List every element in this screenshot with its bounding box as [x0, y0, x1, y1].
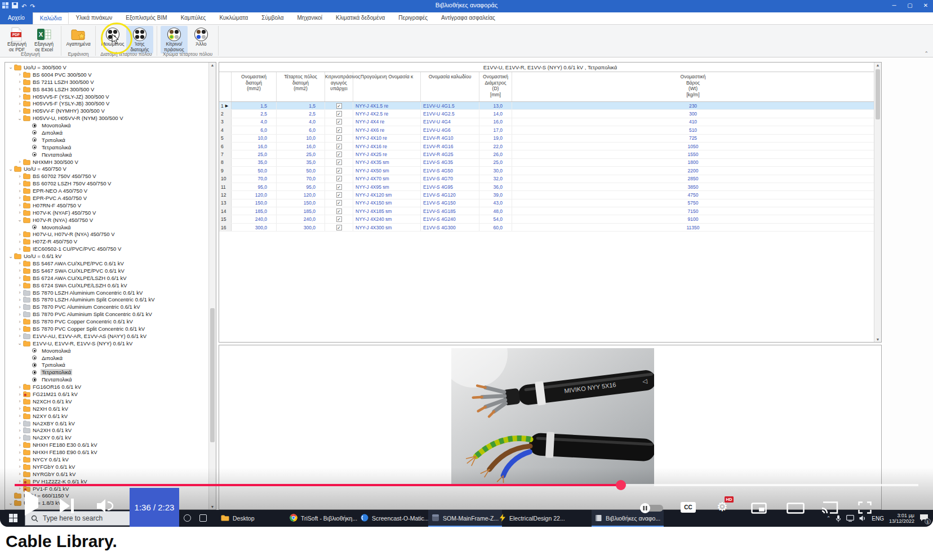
row-header[interactable]: 1▶	[219, 102, 232, 109]
checkbox-cell[interactable]: ✓	[325, 159, 353, 166]
tree-item[interactable]: ›H05VV5-F (YSLY-JB) 300/500 V	[5, 100, 208, 107]
row-header[interactable]: 16	[219, 224, 232, 231]
table-cell[interactable]: E1VV-S 4G35	[421, 159, 479, 166]
video-player[interactable]: ↶ ↷ Βιβλιοθήκες αναφοράς ─ ▢ ✕ ΑρχείοΚαλ…	[0, 0, 933, 527]
table-cell[interactable]: 50,0	[232, 167, 277, 174]
checkbox-cell[interactable]: ✓	[325, 224, 353, 231]
tree-chevron-icon[interactable]: ›	[16, 239, 23, 245]
tab-σύμβολα[interactable]: Σύμβολα	[255, 12, 290, 24]
table-cell[interactable]: 60,0	[479, 224, 512, 231]
table-cell[interactable]: 150,0	[232, 199, 277, 207]
ribbon-button-excel[interactable]: XΕξαγωγήσε Excel	[30, 26, 57, 54]
table-cell[interactable]: NYY-J 4X300 sm	[353, 224, 421, 231]
row-header[interactable]: 14	[219, 207, 232, 215]
checkbox-cell[interactable]: ✓	[325, 118, 353, 126]
table-cell[interactable]: 410	[512, 118, 874, 126]
tree-item[interactable]: ›E1VV-AU, E1VV-AR, E1VV-AS (NAYY) 0.6/1 …	[5, 332, 208, 340]
tree-item[interactable]: ›BS 6724 SWA CU/XLPE/LSZH 0.6/1 kV	[5, 282, 208, 289]
tree-chevron-icon[interactable]: ⌄	[16, 115, 23, 121]
scroll-down-icon[interactable]: ▼	[209, 505, 216, 509]
table-cell[interactable]: E1VV-R 4G25	[421, 150, 479, 158]
tree-item[interactable]: Διπολικά	[5, 129, 208, 136]
checkbox-checked[interactable]: ✓	[336, 208, 342, 214]
tree-chevron-icon[interactable]: ›	[16, 464, 23, 469]
tree-item[interactable]: Τριπολικά	[5, 136, 208, 144]
table-cell[interactable]: 48,0	[479, 207, 512, 215]
scroll-up-icon[interactable]: ▲	[874, 63, 881, 67]
tree-item[interactable]: ›NHXH FE180 E30 0.6/1 kV	[5, 441, 208, 448]
tree-item[interactable]: Διπολικά	[5, 354, 208, 362]
tree-item[interactable]: ›BS 8436 LSZH 300/500 V	[5, 86, 208, 93]
table-cell[interactable]: 185,0	[232, 207, 277, 215]
column-header[interactable]: Ονομαστικήδιατομή(mm2)	[232, 72, 277, 101]
table-cell[interactable]: 70,0	[277, 175, 325, 183]
table-cell[interactable]: NYY-J 4X10 re	[353, 135, 421, 142]
tree-chevron-icon[interactable]: ›	[16, 326, 23, 332]
column-header[interactable]: Ονομασία καλωδίου	[421, 72, 479, 101]
tree-item[interactable]: ›H07V-U, H07V-R (NYA) 450/750 V	[5, 230, 208, 238]
volume-icon[interactable]	[97, 499, 114, 515]
table-cell[interactable]: E1VV-S 4G240	[421, 215, 479, 223]
tree-chevron-icon[interactable]: ›	[16, 94, 23, 99]
table-cell[interactable]: NYY-J 4X25 re	[353, 150, 421, 158]
tree-scrollbar[interactable]: ▲ ▼	[208, 63, 216, 509]
tree-chevron-icon[interactable]: ›	[16, 384, 23, 390]
table-row[interactable]: 1195,095,0✓NYY-J 4X95 smE1VV-S 4G9536,03…	[219, 183, 874, 191]
table-row[interactable]: 46,06,0✓NYY-J 4X6 reE1VV-U 4G617,0510	[219, 126, 874, 134]
tree-item[interactable]: ›FG21M21 0.6/1 kV	[5, 390, 208, 398]
row-header[interactable]: 2	[219, 110, 232, 117]
tree-item[interactable]: ›NHXH FE180 E90 0.6/1 kV	[5, 448, 208, 456]
checkbox-checked[interactable]: ✓	[336, 103, 342, 109]
scroll-up-icon[interactable]: ▲	[209, 63, 216, 67]
table-row[interactable]: 34,04,0✓NYY-J 4X4 reE1VV-U 4G416,0410	[219, 118, 874, 126]
row-header[interactable]: 4	[219, 126, 232, 134]
column-header[interactable]: Προγούμενη Ονομασία κ	[353, 72, 421, 101]
maximize-button[interactable]: ▢	[906, 1, 914, 10]
table-cell[interactable]: E1VV-S 4G50	[421, 167, 479, 174]
column-header[interactable]: Τέταρτος πόλοςδιατομή(mm2)	[277, 72, 325, 101]
table-cell[interactable]: NYY-J 4X150 sm	[353, 199, 421, 207]
video-progress-bar[interactable]	[15, 484, 918, 486]
tree-item[interactable]: ⌄E1VV-U, E1VV-R, E1VV-S (NYY) 0.6/1 kV	[5, 340, 208, 347]
ribbon-button-cable-yellowgreen[interactable]: Κίτρινο/πράσινος	[161, 26, 188, 54]
ribbon-button-pdf[interactable]: PDFΕξαγωγήσε PDF	[3, 26, 30, 54]
language-indicator[interactable]: ENG	[872, 515, 884, 522]
checkbox-checked[interactable]: ✓	[336, 111, 342, 117]
checkbox-checked[interactable]: ✓	[336, 184, 342, 190]
table-cell[interactable]: 36,0	[479, 183, 512, 190]
table-cell[interactable]: 14,0	[479, 110, 512, 117]
column-header[interactable]: Κιτρινοπράσινοςαγωγός υπάρχει	[325, 72, 353, 101]
row-header[interactable]: 8	[219, 159, 232, 166]
row-header[interactable]: 7	[219, 150, 232, 158]
table-row[interactable]: 616,016,0✓NYY-J 4X16 reE1VV-R 4G1622,010…	[219, 143, 874, 150]
tree-chevron-icon[interactable]: ›	[16, 246, 23, 252]
tree-item[interactable]: ›BS 7870 LSZH Aluminium Concentric 0.6/1…	[5, 289, 208, 296]
table-cell[interactable]: NYY-J 4X1.5 re	[353, 102, 421, 109]
table-cell[interactable]: 1,5	[232, 102, 277, 109]
tree-item[interactable]: ⌄Uo/U = 300/500 V	[5, 64, 208, 71]
tree-item[interactable]: ›NA2XH 0.6/1 kV	[5, 427, 208, 434]
column-header[interactable]: ΟνομαστικήΔιάμετρος(D)[mm]	[479, 72, 512, 101]
checkbox-checked[interactable]: ✓	[336, 192, 342, 198]
table-cell[interactable]: 725	[512, 135, 874, 142]
table-cell[interactable]: E1VV-S 4G185	[421, 207, 479, 215]
table-cell[interactable]: NYY-J 4X95 sm	[353, 183, 421, 190]
table-cell[interactable]: E1VV-U 4G1.5	[421, 102, 479, 109]
checkbox-checked[interactable]: ✓	[336, 119, 342, 125]
table-cell[interactable]: 2200	[512, 167, 874, 174]
tree-chevron-icon[interactable]: ›	[16, 181, 23, 186]
tree-item[interactable]: ›NHXMH 300/500 V	[5, 158, 208, 166]
tree-scroll-thumb[interactable]	[210, 308, 215, 442]
tree-item[interactable]: ›BS 60702 LSZH 750V 450/750 V	[5, 180, 208, 187]
tab-κλιματικά-δεδομένα[interactable]: Κλιματικά δεδομένα	[329, 12, 392, 24]
tree-chevron-icon[interactable]: ›	[16, 333, 23, 339]
taskbar-item[interactable]: TriSoft - Βιβλιοθήκη...	[286, 510, 361, 527]
tree-chevron-icon[interactable]: ›	[16, 304, 23, 310]
tree-item[interactable]: ⌄Uo/U = 0.6/1 kV	[5, 252, 208, 260]
table-cell[interactable]: 3850	[512, 183, 874, 190]
tree-item[interactable]: ›NA2XY 0.6/1 kV	[5, 434, 208, 441]
table-cell[interactable]: 4750	[512, 191, 874, 198]
tree-item[interactable]: Τετραπολικά	[5, 144, 208, 151]
tree-chevron-icon[interactable]: ›	[16, 312, 23, 317]
tree-item[interactable]: Τριπολικά	[5, 362, 208, 369]
